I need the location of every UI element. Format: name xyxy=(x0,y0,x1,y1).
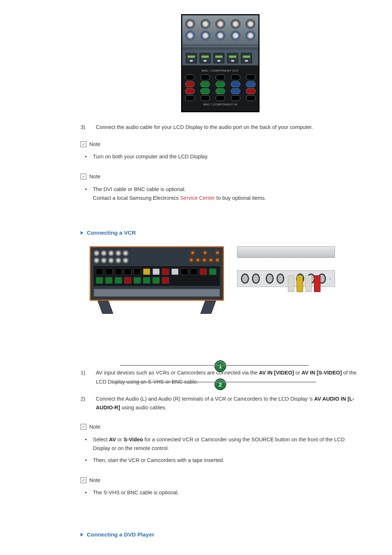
section-heading-dvd: Connecting a DVD Player xyxy=(81,530,360,539)
bullet-icon: • xyxy=(85,185,93,203)
note-label: ✓ Note xyxy=(81,172,360,181)
bullet-icon: • xyxy=(85,456,93,465)
figure-vcr-diagram: ● ○ 1 2 xyxy=(81,246,360,357)
note-label: ✓ Note xyxy=(81,476,360,485)
section-heading-vcr: Connecting a VCR xyxy=(81,228,360,238)
list-text: Connect the audio cable for your LCD Dis… xyxy=(96,123,313,132)
service-center-link[interactable]: Service Center xyxy=(180,195,215,201)
note-label: ✓ Note xyxy=(81,140,360,149)
triangle-icon xyxy=(81,231,83,235)
checkbox-icon: ✓ xyxy=(81,141,86,147)
diagram-badges: 1 2 xyxy=(215,360,226,390)
list-item: • Select AV or S-Video for a connected V… xyxy=(85,435,360,453)
list-item: • Turn on both your computer and the LCD… xyxy=(85,152,360,161)
list-item: 3) Connect the audio cable for your LCD … xyxy=(81,123,360,132)
list-number: 1) xyxy=(81,368,96,386)
bullet-icon: • xyxy=(85,488,93,497)
list-item: • Then, start the VCR or Camcorders with… xyxy=(85,456,360,465)
checkbox-icon: ✓ xyxy=(81,477,86,483)
triangle-icon xyxy=(81,533,83,536)
list-item: • The S-VHS or BNC cable is optional. xyxy=(85,488,360,497)
list-number: 3) xyxy=(81,123,96,132)
checkbox-icon: ✓ xyxy=(81,424,86,430)
badge-2: 2 xyxy=(215,378,226,390)
checkbox-icon: ✓ xyxy=(81,174,86,179)
bullet-icon: • xyxy=(85,435,93,453)
figure-label: BNC / COMPONENT OUT xyxy=(185,68,256,73)
content-area: BNC / COMPONENT OUT BNC / COMPONENT IN 3… xyxy=(81,15,360,539)
bullet-icon: • xyxy=(85,152,93,161)
list-number: 2) xyxy=(81,394,96,412)
figure-bnc-panel: BNC / COMPONENT OUT BNC / COMPONENT IN xyxy=(81,15,360,112)
figure-label: BNC / COMPONENT IN xyxy=(185,102,256,107)
badge-1: 1 xyxy=(215,360,226,372)
list-item: 2) Connect the Audio (L) and Audio (R) t… xyxy=(81,394,360,412)
list-item: • The DVI cable or BNC cable is optional… xyxy=(85,185,360,203)
note-label: ✓ Note xyxy=(81,422,360,432)
